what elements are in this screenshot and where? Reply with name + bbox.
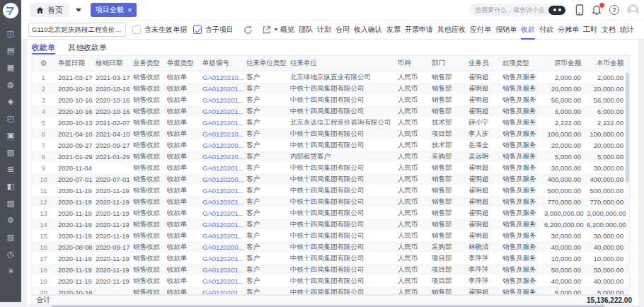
column-header[interactable]: 款项类型	[500, 59, 544, 68]
schedule-icon[interactable]: ▧	[2, 144, 19, 161]
menu-item-receipt[interactable]: 收款	[521, 21, 535, 40]
checkbox-include-pending[interactable]: 含未生效单据	[132, 25, 187, 35]
column-header[interactable]: 原币金额	[544, 59, 587, 68]
table-row[interactable]: 152020-11-192020-11-19销售收款收款单GA0120201..…	[32, 230, 629, 241]
column-header[interactable]: 往来单位	[287, 59, 395, 68]
menu-item-plan[interactable]: 计划	[317, 21, 331, 40]
document-number-link[interactable]: GA0120201...	[200, 198, 243, 206]
table-row[interactable]: 122020-11-192020-11-19销售收款收款单GA0120201..…	[32, 196, 629, 207]
document-number-link[interactable]: GA0120201...	[200, 209, 243, 217]
document-number-link[interactable]: GA0120210...	[200, 153, 243, 161]
table-row[interactable]: 52020-10-132021-02-07销售收款收款单GA0120201...…	[32, 117, 629, 128]
menu-item-team[interactable]: 团队	[299, 21, 313, 40]
table-row[interactable]: 12021-03-172021-03-17销售收款收款单GA0120210...…	[32, 71, 629, 83]
table-row[interactable]: 202020-10-16销售收款收款单GA0120201...客户中铁十四局集团…	[32, 286, 629, 294]
document-number-link[interactable]: GA0120201...	[200, 119, 243, 127]
table-row[interactable]: 22020-10-162020-10-16销售收款收款单GA0120201...…	[32, 83, 629, 94]
column-header[interactable]: 单据编号	[200, 59, 243, 68]
document-number-link[interactable]: GA0120201...	[200, 221, 243, 228]
column-header[interactable]: 本币金额	[587, 59, 629, 68]
table-row[interactable]: 162020-08-082020-09-17销售收款收款单GA0120200..…	[32, 241, 629, 253]
document-number-link[interactable]: GA0120210...	[200, 130, 243, 138]
help-icon[interactable]: ?	[609, 5, 619, 15]
column-header[interactable]: 业务员	[466, 59, 500, 68]
customers-icon[interactable]: ◍	[2, 76, 19, 93]
table-row[interactable]: 102020-07-012020-07-01销售收款收款单GA0120200..…	[32, 173, 629, 185]
column-header[interactable]: 单据日期	[55, 59, 93, 68]
menu-item-other-receivable[interactable]: 其他应收	[437, 21, 466, 40]
project-selector[interactable]: G110北京延庆路段工程造价…	[28, 23, 126, 37]
menu-item-payable[interactable]: 应付单	[470, 21, 491, 40]
document-number-link[interactable]: GA0120201...	[200, 108, 243, 115]
menu-item-expense-claim[interactable]: 报销单	[495, 21, 517, 40]
app-logo[interactable]	[3, 3, 18, 18]
table-row[interactable]: 112020-11-192020-11-19销售收款收款单GA0120201..…	[32, 185, 629, 196]
table-row[interactable]: 62021-04-102021-04-10销售收款收款单GA0120210...…	[32, 128, 629, 139]
column-settings-gear-icon[interactable]: ⚙	[32, 59, 55, 68]
tab-project-overview[interactable]: 项目全貌 ×	[91, 3, 137, 17]
table-row[interactable]: 92020-11-04销售收款收款单GA0120201...客户中铁十四局集团有…	[32, 162, 629, 173]
table-row[interactable]: 192020-11-192020-11-19销售收款收款单GA0120201..…	[32, 275, 629, 286]
documents-icon[interactable]: ▤	[2, 42, 19, 59]
tab-receipt-list[interactable]: 收款单	[32, 42, 55, 54]
document-number-link[interactable]: GA0120201...	[200, 96, 243, 104]
document-number-link[interactable]: GA0120201...	[200, 255, 243, 262]
column-header[interactable]: 币种	[395, 59, 429, 68]
settings-icon[interactable]: ⚙	[2, 212, 19, 228]
mobile-app-button[interactable]	[575, 4, 584, 16]
cards-icon[interactable]: ▣	[2, 127, 19, 144]
table-row[interactable]: 72020-09-272020-09-27销售收款收款单GA0120200...…	[32, 139, 629, 151]
tab-other-receipt-list[interactable]: 其他收款单	[68, 42, 107, 54]
document-number-link[interactable]: GA0120201...	[200, 164, 243, 172]
menu-item-timesheet[interactable]: 工时	[583, 21, 597, 40]
menu-item-invoice[interactable]: 发票	[386, 21, 401, 40]
assets-icon[interactable]: ◰	[2, 110, 19, 127]
column-header[interactable]: 核销日期	[93, 59, 130, 68]
table-row[interactable]: 132020-11-192020-11-19销售收款收款单GA0120201..…	[32, 207, 629, 219]
column-header[interactable]: 部门	[429, 59, 466, 68]
document-number-link[interactable]: GA0120201...	[200, 85, 243, 93]
invoices-icon[interactable]: ▦	[2, 59, 19, 76]
tools-icon[interactable]: ✳	[2, 262, 19, 279]
menu-item-revenue-recognition[interactable]: 收入确认	[354, 21, 382, 40]
menu-item-overview[interactable]: 概览	[280, 21, 294, 40]
table-row[interactable]: 42020-10-162020-10-16销售收款收款单GA0120201...…	[32, 105, 629, 117]
document-number-link[interactable]: GA0120201...	[200, 277, 243, 285]
menu-item-document[interactable]: 文档	[602, 21, 616, 40]
history-icon[interactable]: ◷	[2, 245, 19, 262]
user-avatar[interactable]	[627, 4, 639, 16]
checkbox-include-subprojects[interactable]: 含子项目	[193, 25, 234, 35]
document-number-link[interactable]: GA0120201...	[200, 289, 243, 295]
document-number-link[interactable]: GA0120201...	[200, 187, 243, 195]
export-button[interactable]	[263, 25, 278, 34]
document-number-link[interactable]: GA0120200...	[200, 175, 243, 183]
menu-item-allocation[interactable]: 分摊单	[558, 21, 579, 40]
document-number-link[interactable]: GA0120201...	[200, 266, 243, 274]
reports-icon[interactable]: ▨	[2, 195, 19, 212]
apps-icon[interactable]: ⊞	[2, 161, 19, 178]
table-row[interactable]: 32020-10-162020-10-16销售收款收款单GA0120201...…	[32, 94, 629, 105]
document-number-link[interactable]: GA0120210...	[200, 74, 243, 81]
column-header[interactable]: 单据类型	[164, 59, 200, 68]
tabs-dropdown-caret[interactable]	[76, 8, 81, 12]
projects-icon[interactable]: ◈	[2, 93, 19, 110]
document-number-link[interactable]: GA0120200...	[200, 243, 243, 251]
menu-item-invoice-request[interactable]: 开票申请	[405, 21, 433, 40]
assistant-search[interactable]: 您需要什么，请告诉小企	[468, 4, 568, 16]
table-row[interactable]: 182020-11-192020-11-19销售收款收款单GA0120201..…	[32, 264, 629, 275]
menu-item-contract[interactable]: 合同	[335, 21, 350, 40]
refresh-button[interactable]	[243, 25, 253, 35]
menu-item-statistics[interactable]: 统计	[620, 21, 634, 40]
document-number-link[interactable]: GA0120200...	[200, 141, 243, 149]
boards-icon[interactable]: ◫	[2, 25, 19, 42]
vertical-scrollbar[interactable]	[626, 72, 629, 183]
document-number-link[interactable]: GA0120201...	[200, 232, 243, 240]
table-row[interactable]: 172020-11-192020-11-19销售收款收款单GA0120201..…	[32, 253, 629, 264]
close-tab-icon[interactable]: ×	[127, 6, 132, 14]
finance-icon[interactable]: ◧	[2, 178, 19, 195]
notifications-button[interactable]	[592, 5, 602, 16]
home-tab[interactable]: 首页	[30, 3, 69, 17]
column-header[interactable]: 业务类型	[130, 59, 164, 68]
column-header[interactable]: 往来单位类型	[243, 59, 287, 68]
table-row[interactable]: 82021-01-292021-01-29销售收款收款单GA0120210...…	[32, 151, 629, 162]
